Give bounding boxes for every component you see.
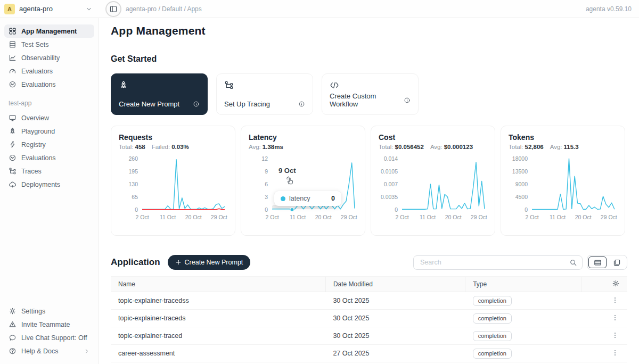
latency-chart-card: LatencyAvg:1.38ms0369122 Oct11 Oct20 Oct… <box>241 126 365 236</box>
gear-icon <box>9 307 17 315</box>
table-row-career-assessment[interactable]: career-assessment27 Oct 2025completion <box>111 345 627 362</box>
svg-text:6: 6 <box>265 181 268 187</box>
svg-text:0.0105: 0.0105 <box>381 168 398 175</box>
charts-row: RequestsTotal:458Failed:0.03%06513019526… <box>111 126 627 236</box>
get-started-heading: Get Started <box>111 54 627 64</box>
svg-text:18000: 18000 <box>512 155 528 162</box>
date-modified-cell: 30 Oct 2025 <box>325 292 465 310</box>
workspace-area: A agenta-pro <box>0 4 99 14</box>
sidebar-collapse-button[interactable] <box>109 5 118 13</box>
row-menu-kebab-icon[interactable] <box>610 348 620 359</box>
sidebar-item-overview[interactable]: Overview <box>4 111 94 125</box>
sidebar-item-evaluations[interactable]: Evaluations <box>4 78 94 91</box>
date-modified-cell: 30 Oct 2025 <box>325 327 465 345</box>
sidebar-item-evaluations[interactable]: Evaluations <box>4 151 94 164</box>
cloud-icon <box>9 180 17 188</box>
table-row-topic-explainer-traceds[interactable]: topic-explainer-traceds30 Oct 2025comple… <box>111 310 627 327</box>
chevron-right-icon <box>84 348 90 354</box>
chevron-down-icon[interactable] <box>85 5 93 13</box>
info-icon[interactable] <box>298 101 305 107</box>
svg-text:0: 0 <box>395 206 398 213</box>
column-header-date-modified[interactable]: Date Modified <box>325 277 465 292</box>
row-menu-kebab-icon[interactable] <box>610 313 620 324</box>
stat-value: 1.38ms <box>263 144 283 150</box>
sidebar-item-label: Settings <box>21 308 45 315</box>
column-header-type[interactable]: Type <box>465 277 581 292</box>
search-input[interactable] <box>420 259 569 266</box>
table-settings-gear-icon[interactable] <box>612 279 620 289</box>
stat-value: 52,806 <box>525 144 544 150</box>
requests-chart: 0651301952602 Oct11 Oct20 Oct29 Oct <box>119 154 227 225</box>
sidebar-item-label: App Management <box>21 28 77 35</box>
info-icon[interactable] <box>193 101 200 107</box>
sidebar-item-deployments[interactable]: Deployments <box>4 178 94 191</box>
chart-title: Tokens <box>509 133 617 142</box>
lightning-icon <box>9 140 17 148</box>
get-started-cards: Create New PromptSet Up TracingCreate Cu… <box>111 73 627 115</box>
invite-icon <box>9 320 17 328</box>
get-started-card-label: Set Up Tracing <box>224 100 270 108</box>
get-started-card-create-new-prompt[interactable]: Create New Prompt <box>111 73 208 115</box>
row-menu-kebab-icon[interactable] <box>610 295 620 307</box>
cursor-hand-icon <box>285 175 295 187</box>
sidebar-item-settings[interactable]: Settings <box>4 304 94 318</box>
info-icon <box>298 101 305 107</box>
search-icon[interactable] <box>569 259 577 267</box>
table-view-button[interactable] <box>588 257 607 268</box>
sidebar-item-traces[interactable]: Traces <box>4 164 94 178</box>
sidebar-item-playground[interactable]: Playground <box>4 125 94 138</box>
tokens-chart: 04500900013500180002 Oct11 Oct20 Oct29 O… <box>509 154 617 225</box>
column-header-name[interactable]: Name <box>111 277 325 292</box>
svg-text:20 Oct: 20 Oct <box>445 214 462 220</box>
cost-series-line <box>402 162 485 209</box>
get-started-card-set-up-tracing[interactable]: Set Up Tracing <box>216 73 313 115</box>
svg-text:0: 0 <box>525 206 528 213</box>
sidebar-item-invite-teammate[interactable]: Invite Teammate <box>4 318 94 331</box>
create-new-prompt-button[interactable]: Create New Prompt <box>168 255 251 270</box>
get-started-card-create-custom-workflow[interactable]: Create Custom Workflow <box>322 73 419 115</box>
svg-text:29 Oct: 29 Oct <box>341 214 357 220</box>
sidebar-item-label: Deployments <box>21 181 60 188</box>
sidebar-item-live-chat-support-off[interactable]: Live Chat Support: Off <box>4 331 94 344</box>
sidebar-item-label: Traces <box>21 168 42 175</box>
table-row-topic-explainer-traced[interactable]: topic-explainer-traced30 Oct 2025complet… <box>111 327 627 345</box>
cost-chart-card: CostTotal:$0.056452Avg:$0.00012300.00350… <box>371 126 495 236</box>
chart-title: Requests <box>119 133 227 142</box>
sidebar-item-app-management[interactable]: App Management <box>4 24 94 38</box>
chat-icon <box>9 334 17 342</box>
version-label: agenta v0.59.10 <box>586 5 632 13</box>
type-badge: completion <box>473 331 512 341</box>
workspace-switcher[interactable]: A agenta-pro <box>4 4 53 14</box>
stat-avg: Avg:$0.000123 <box>430 144 473 150</box>
card-view-button[interactable] <box>608 257 626 268</box>
sidebar-item-registry[interactable]: Registry <box>4 138 94 151</box>
stat-total: Total:$0.056452 <box>379 144 424 150</box>
kebab-icon <box>611 332 619 339</box>
svg-text:12: 12 <box>261 155 268 162</box>
sidebar-app-nav: OverviewPlaygroundRegistryEvaluationsTra… <box>4 111 94 191</box>
breadcrumb: agenta-pro / Default / Apps <box>126 5 202 13</box>
table-row-topic-explainer-tracedss[interactable]: topic-explainer-tracedss30 Oct 2025compl… <box>111 292 627 310</box>
stat-failed: Failed:0.03% <box>152 144 189 150</box>
sidebar-item-observability[interactable]: Observability <box>4 51 94 64</box>
cursor-hand-icon <box>285 175 295 185</box>
svg-text:2 Oct: 2 Oct <box>135 214 149 220</box>
kebab-icon <box>611 296 619 304</box>
tooltip-value: 0 <box>331 195 335 202</box>
info-icon[interactable] <box>404 97 411 104</box>
sidebar-item-evaluators[interactable]: Evaluators <box>4 64 94 78</box>
type-badge: completion <box>473 349 512 359</box>
sidebar-item-label: Overview <box>21 114 49 122</box>
sidebar-item-test-sets[interactable]: Test Sets <box>4 38 94 51</box>
sidebar-item-help-docs[interactable]: Help & Docs <box>4 344 94 358</box>
stat-avg: Avg:1.38ms <box>249 144 283 150</box>
app-name-cell: topic-explainer-traced <box>111 327 325 345</box>
application-header: Application Create New Prompt <box>111 255 627 270</box>
row-menu-kebab-icon[interactable] <box>610 330 620 342</box>
card-view-icon <box>613 259 621 267</box>
svg-text:11 Oct: 11 Oct <box>420 214 436 220</box>
type-cell: completion <box>465 310 581 327</box>
eval-pulse-icon <box>9 154 17 162</box>
chart-stats: Total:52,806Avg:115.3 <box>509 144 617 150</box>
sidebar-item-label: Registry <box>21 141 46 148</box>
